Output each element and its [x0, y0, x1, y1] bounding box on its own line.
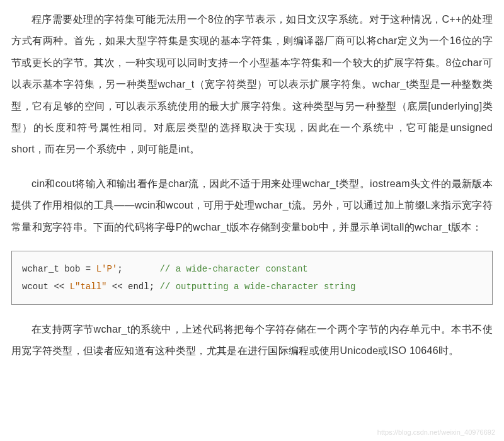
code-comment: // outputting a wide-character string — [159, 282, 355, 292]
code-text: wchar_t bob = — [22, 264, 96, 274]
code-text: ; — [117, 264, 159, 274]
code-text: << endl; — [106, 282, 159, 292]
watermark-text: https://blog.csdn.net/weixin_40976692 — [377, 428, 495, 436]
code-text: wcout << — [22, 282, 70, 292]
code-line-1: wchar_t bob = L'P'; // a wide-character … — [22, 260, 482, 278]
code-comment: // a wide-character constant — [159, 264, 307, 274]
paragraph-2: cin和cout将输入和输出看作是char流，因此不适于用来处理wchar_t类… — [11, 173, 493, 238]
string-literal: L'P' — [96, 264, 118, 274]
paragraph-3: 在支持两字节wchar_t的系统中，上述代码将把每个字符存储在一个两个字节的内存… — [11, 319, 493, 362]
string-literal: L"tall" — [70, 282, 107, 292]
paragraph-1: 程序需要处理的字符集可能无法用一个8位的字节表示，如日文汉字系统。对于这种情况，… — [11, 9, 493, 161]
code-line-2: wcout << L"tall" << endl; // outputting … — [22, 278, 482, 295]
code-block: wchar_t bob = L'P'; // a wide-character … — [11, 251, 493, 305]
